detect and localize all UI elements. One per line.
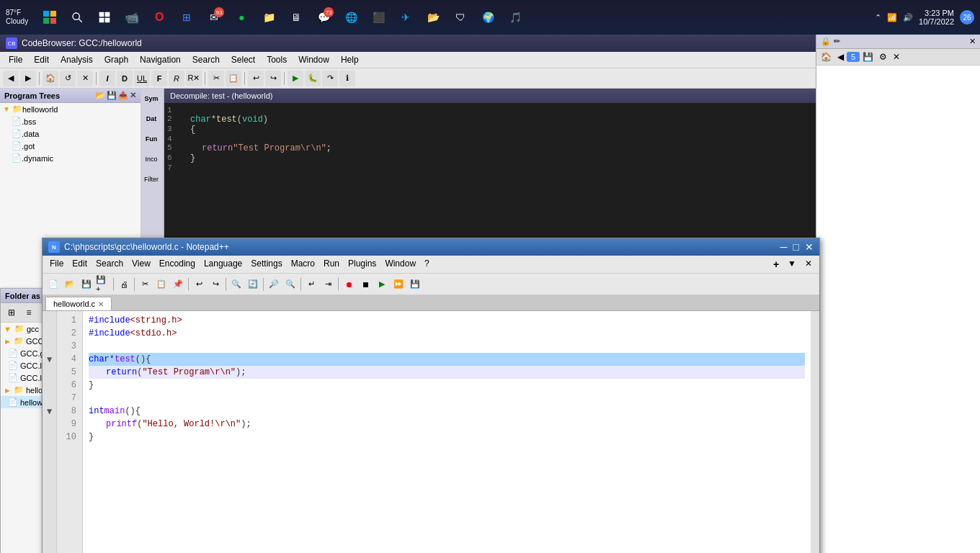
toolbar-btn-info[interactable]: ℹ [339, 71, 355, 86]
npp-minimize-button[interactable]: ─ [780, 241, 788, 253]
windows-start-icon[interactable] [38, 6, 61, 29]
toolbar-btn-f[interactable]: F [151, 71, 167, 86]
npp-menu-run[interactable]: Run [319, 257, 344, 271]
msg-icon[interactable]: 💬 73 [312, 6, 335, 29]
toolbar-btn-rx[interactable]: R✕ [186, 71, 202, 86]
npp-close-tab-icon[interactable]: ✕ [801, 257, 816, 271]
npp-fast-btn[interactable]: ⏩ [391, 276, 406, 292]
telegram-icon[interactable]: ✈ [394, 6, 417, 29]
sidebar-dat[interactable]: Dat [141, 109, 161, 129]
menu-analysis[interactable]: Analysis [55, 53, 99, 66]
panel-save-icon[interactable]: 💾 [107, 91, 117, 100]
task-view-icon[interactable] [93, 6, 116, 29]
search-icon[interactable] [66, 6, 89, 29]
npp-menu-edit[interactable]: Edit [68, 257, 92, 271]
npp-maximize-button[interactable]: □ [793, 241, 799, 253]
toolbar-btn-redo[interactable]: ↪ [265, 71, 281, 86]
npp-copy-btn[interactable]: 📋 [153, 276, 169, 292]
npp-paste-btn[interactable]: 📌 [170, 276, 186, 292]
npp-undo-btn[interactable]: ↩ [191, 276, 207, 292]
tree-item-data[interactable]: 📄 .data [0, 127, 141, 140]
toolbar-btn-copy[interactable]: 📋 [226, 71, 241, 86]
toolbar-btn-ul[interactable]: UL [134, 71, 150, 86]
tree-root-helloworld[interactable]: ▼ 📁 helloworld [0, 103, 141, 115]
sidebar-filter[interactable]: Filter [141, 169, 161, 189]
tree-item-got[interactable]: 📄 .got [0, 140, 141, 152]
toolbar-btn-d[interactable]: D [117, 71, 133, 86]
panel-export-icon[interactable]: 📤 [118, 91, 128, 100]
npp-new-btn[interactable]: 📄 [45, 276, 61, 292]
app-icon-2[interactable]: 🛡 [449, 6, 472, 29]
npp-close-button[interactable]: ✕ [805, 241, 814, 253]
npp-record-btn[interactable]: ⏺ [341, 276, 357, 292]
npp-menu-window[interactable]: Window [380, 257, 420, 271]
terminal-icon[interactable]: ⬛ [367, 6, 390, 29]
chrome-icon[interactable]: 🌍 [476, 6, 499, 29]
menu-navigation[interactable]: Navigation [134, 53, 187, 66]
panel-open-icon[interactable]: 📂 [95, 91, 105, 100]
panel-close-icon[interactable]: ✕ [130, 91, 136, 100]
toolbar-btn-step[interactable]: ↷ [322, 71, 338, 86]
tree-item-dynamic[interactable]: 📄 .dynamic [0, 152, 141, 164]
taskbar-clock[interactable]: 3:23 PM 10/7/2022 [919, 9, 954, 26]
menu-edit[interactable]: Edit [28, 53, 55, 66]
menu-file[interactable]: File [3, 53, 28, 66]
sidebar-sym[interactable]: Sym [141, 89, 161, 109]
npp-tab-helloworld[interactable]: helloworld.c ✕ [45, 297, 112, 310]
npp-zoomout-btn[interactable]: 🔍 [282, 276, 298, 292]
npp-menu-macro[interactable]: Macro [287, 257, 319, 271]
npp-tab-close-btn[interactable]: ✕ [98, 300, 104, 308]
npp-replace-btn[interactable]: 🔄 [245, 276, 261, 292]
npp-zoomin-btn[interactable]: 🔎 [266, 276, 282, 292]
menu-graph[interactable]: Graph [99, 53, 134, 66]
npp-wrap-btn[interactable]: ↵ [303, 276, 319, 292]
taskbar-expand-icon[interactable]: ⌃ [875, 13, 881, 22]
fold-btn-8[interactable]: ▼ [47, 405, 52, 418]
zoom-icon[interactable]: 📹 [120, 6, 143, 29]
menu-search[interactable]: Search [187, 53, 226, 66]
npp-code-area[interactable]: #include <string.h> #include <stdio.h> c… [83, 311, 811, 553]
browser-icon-2[interactable]: 🌐 [339, 6, 362, 29]
reload-button[interactable]: ↺ [60, 71, 76, 86]
app-icon-1[interactable]: ⊞ [175, 6, 198, 29]
npp-indent-btn[interactable]: ⇥ [320, 276, 336, 292]
app-icon-3[interactable]: 🎵 [504, 6, 527, 29]
stop-button[interactable]: ✕ [77, 71, 93, 86]
toolbar-btn-r[interactable]: R [169, 71, 184, 86]
network-icon[interactable]: 📶 [887, 13, 897, 22]
npp-scrollbar[interactable] [811, 311, 819, 553]
menu-tools[interactable]: Tools [261, 53, 293, 66]
forward-button[interactable]: ▶ [20, 71, 36, 86]
npp-find-btn[interactable]: 🔍 [228, 276, 244, 292]
npp-open-btn[interactable]: 📂 [62, 276, 78, 292]
toolbar-btn-run[interactable]: ▶ [288, 71, 303, 86]
folder-icon[interactable]: 📁 [257, 6, 280, 29]
npp-menu-file[interactable]: File [45, 257, 68, 271]
npp-save-btn[interactable]: 💾 [79, 276, 94, 292]
toolbar-btn-undo[interactable]: ↩ [248, 71, 264, 86]
fold-btn-4[interactable]: ▼ [47, 353, 52, 366]
sidebar-fun[interactable]: Fun [141, 129, 161, 149]
npp-menu-settings[interactable]: Settings [246, 257, 286, 271]
npp-menu-view[interactable]: View [128, 257, 155, 271]
sidebar-inco[interactable]: Inco [141, 149, 161, 169]
npp-cut-btn[interactable]: ✂ [137, 276, 153, 292]
remote-icon[interactable]: 🖥 [285, 6, 308, 29]
notification-badge[interactable]: 26 [960, 10, 974, 24]
npp-saveall-btn[interactable]: 💾+ [95, 276, 111, 292]
npp-menu-plugins[interactable]: Plugins [344, 257, 380, 271]
npp-stop-btn[interactable]: ⏹ [357, 276, 373, 292]
toolbar-btn-cut[interactable]: ✂ [208, 71, 224, 86]
npp-menu-language[interactable]: Language [200, 257, 246, 271]
npp-new-tab-button[interactable]: + [769, 257, 783, 271]
toolbar-btn-i[interactable]: I [99, 71, 115, 86]
volume-icon[interactable]: 🔊 [903, 13, 913, 22]
ws-grid-view-btn[interactable]: ⊞ [4, 305, 19, 320]
home-button[interactable]: 🏠 [43, 71, 58, 86]
menu-window[interactable]: Window [293, 53, 335, 66]
mail-icon[interactable]: ✉ 93 [202, 6, 226, 29]
npp-print-btn[interactable]: 🖨 [116, 276, 132, 292]
npp-menu-encoding[interactable]: Encoding [155, 257, 200, 271]
npp-save-macro-btn[interactable]: 💾 [407, 276, 423, 292]
tree-item-bss[interactable]: 📄 .bss [0, 115, 141, 127]
